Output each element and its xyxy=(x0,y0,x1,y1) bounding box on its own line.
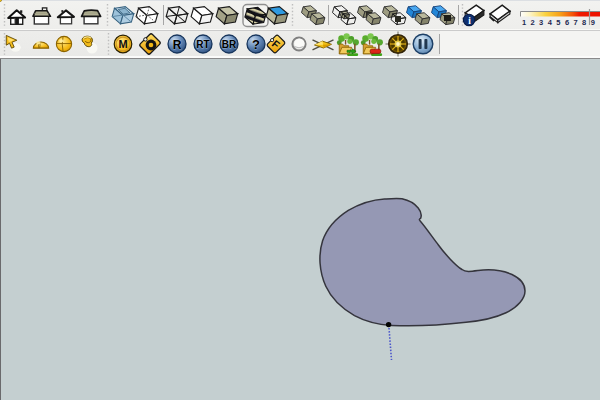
svg-text:3: 3 xyxy=(539,18,543,27)
svg-text:5: 5 xyxy=(556,18,560,27)
svg-text:9: 9 xyxy=(591,18,595,27)
svg-text:R: R xyxy=(173,38,182,52)
svg-text:M: M xyxy=(118,38,127,50)
svg-text:4: 4 xyxy=(548,18,553,27)
svg-text:7: 7 xyxy=(574,18,578,27)
svg-text:8: 8 xyxy=(582,18,586,27)
svg-text:RT: RT xyxy=(196,39,209,50)
svg-text:6: 6 xyxy=(565,18,569,27)
svg-text:?: ? xyxy=(252,37,260,52)
svg-text:i: i xyxy=(468,16,471,26)
svg-text:2: 2 xyxy=(531,18,535,27)
svg-text:BR: BR xyxy=(222,39,237,50)
svg-text:1: 1 xyxy=(522,18,526,27)
